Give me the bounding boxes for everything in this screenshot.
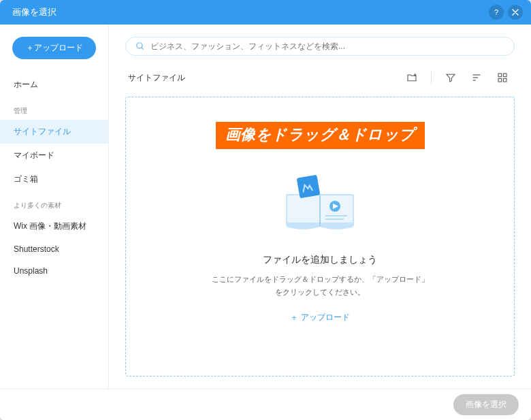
help-button[interactable]: ? [489,5,504,20]
toolbar-divider [431,71,432,84]
close-button[interactable] [508,5,523,20]
dropzone-banner: 画像をドラッグ＆ドロップ [216,122,425,149]
dropzone-illustration [279,172,361,235]
sidebar-item-home[interactable]: ホーム [0,73,108,97]
view-grid-button[interactable] [493,68,512,87]
grid-icon [497,72,508,83]
sidebar-item-unsplash[interactable]: Unsplash [0,260,108,282]
sidebar-item-shutterstock[interactable]: Shutterstock [0,238,108,260]
sidebar-item-wix-media[interactable]: Wix 画像・動画素材 [0,214,108,238]
svg-rect-15 [297,175,321,199]
main-panel: サイトファイル 画像をドラッグ＆ドロップ [109,25,531,389]
upload-button[interactable]: ＋アップロード [12,37,96,59]
sidebar-item-site-files[interactable]: サイトファイル [0,120,108,144]
close-icon [512,9,519,16]
svg-rect-10 [503,78,506,82]
svg-line-1 [142,48,144,50]
svg-point-0 [137,43,142,48]
media-picker-modal: 画像を選択 ? ＋アップロード ホーム 管理 サイトファイル マイボード ゴミ箱… [0,0,531,420]
filter-button[interactable] [441,68,460,87]
titlebar: 画像を選択 ? [0,0,531,25]
dropzone-subtitle: ここにファイルをドラッグ＆ドロップするか、「アップロード」をクリックしてください… [211,273,429,298]
sidebar: ＋アップロード ホーム 管理 サイトファイル マイボード ゴミ箱 より多くの素材… [0,25,109,389]
svg-rect-7 [498,74,502,77]
main-header-title: サイトファイル [128,72,396,84]
sidebar-section-manage: 管理 [0,97,108,120]
svg-rect-9 [498,78,502,82]
sidebar-section-more: より多くの素材 [0,191,108,214]
filter-icon [445,72,456,83]
search-icon [135,42,145,51]
footer: 画像を選択 [0,389,531,420]
add-folder-icon [406,72,417,83]
select-image-button[interactable]: 画像を選択 [453,394,519,415]
search-bar[interactable] [125,37,515,56]
book-media-icon [279,172,361,232]
search-input[interactable] [150,42,504,51]
add-folder-button[interactable] [402,68,421,87]
sidebar-item-my-boards[interactable]: マイボード [0,144,108,167]
dropzone[interactable]: 画像をドラッグ＆ドロップ [125,97,515,376]
titlebar-title: 画像を選択 [12,6,485,18]
sort-icon [471,72,482,83]
svg-rect-8 [503,74,506,77]
body: ＋アップロード ホーム 管理 サイトファイル マイボード ゴミ箱 より多くの素材… [0,25,531,389]
main-header: サイトファイル [125,68,515,87]
svg-rect-12 [287,195,320,223]
dropzone-title: ファイルを追加しましょう [263,254,377,266]
sort-button[interactable] [467,68,486,87]
dropzone-upload-link[interactable]: ＋ アップロード [290,312,349,323]
sidebar-item-trash[interactable]: ゴミ箱 [0,167,108,191]
